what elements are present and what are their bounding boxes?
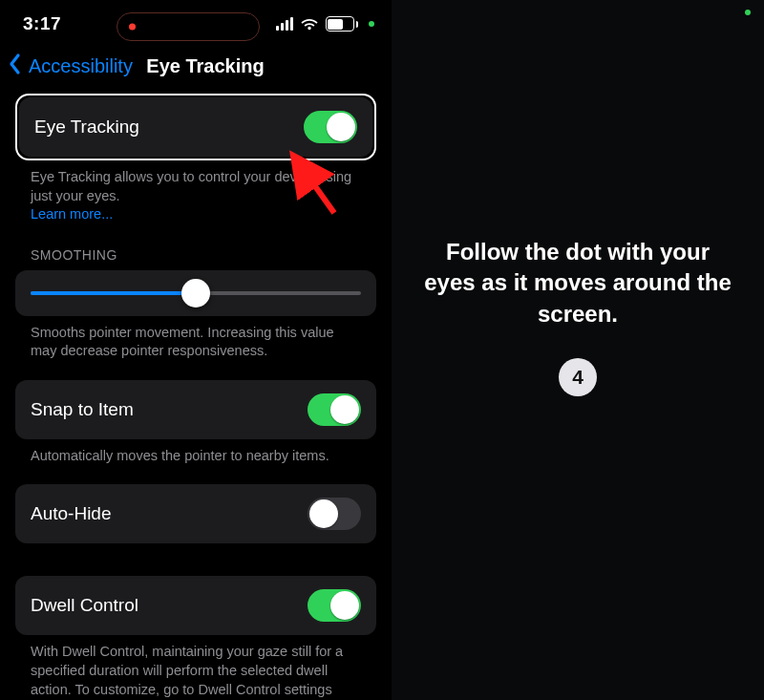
recording-indicator-icon	[129, 24, 136, 31]
auto-hide-row[interactable]: Auto-Hide	[15, 484, 376, 543]
learn-more-link[interactable]: Learn more...	[31, 206, 113, 222]
dwell-control-toggle[interactable]	[308, 589, 361, 622]
snap-to-item-toggle[interactable]	[308, 393, 361, 426]
eye-tracking-label: Eye Tracking	[34, 117, 139, 138]
countdown-badge: 4	[559, 358, 597, 396]
battery-indicator: 58	[326, 16, 359, 32]
camera-in-use-icon	[369, 21, 374, 27]
status-bar: 3:17 58	[0, 0, 392, 48]
dwell-control-note: With Dwell Control, maintaining your gaz…	[15, 635, 376, 700]
settings-screen: 3:17 58 Accessibility Eye	[0, 0, 392, 700]
page-title: Eye Tracking	[146, 55, 264, 77]
countdown-number: 4	[572, 366, 584, 389]
eye-tracking-note: Eye Tracking allows you to control your …	[15, 160, 376, 224]
dynamic-island[interactable]	[117, 12, 260, 41]
eye-tracking-toggle[interactable]	[304, 111, 357, 143]
back-button[interactable]: Accessibility	[29, 55, 133, 77]
snap-to-item-note: Automatically moves the pointer to nearb…	[15, 439, 376, 466]
nav-header: Accessibility Eye Tracking	[0, 48, 392, 94]
camera-in-use-icon	[745, 10, 751, 15]
snap-to-item-row[interactable]: Snap to Item	[15, 380, 376, 439]
cellular-signal-icon	[276, 17, 293, 31]
back-chevron-icon[interactable]	[6, 52, 25, 80]
slider-thumb-icon[interactable]	[181, 279, 210, 308]
eye-tracking-row[interactable]: Eye Tracking	[19, 97, 372, 157]
highlight-annotation: Eye Tracking	[15, 94, 376, 160]
smoothing-slider[interactable]	[31, 291, 361, 295]
snap-to-item-label: Snap to Item	[31, 399, 134, 420]
dwell-control-row[interactable]: Dwell Control	[15, 576, 376, 635]
calibration-prompt: Follow the dot with your eyes as it move…	[424, 237, 732, 329]
dwell-control-label: Dwell Control	[31, 595, 138, 616]
auto-hide-label: Auto-Hide	[31, 503, 112, 524]
battery-level: 58	[333, 18, 345, 30]
auto-hide-toggle[interactable]	[308, 498, 361, 530]
smoothing-header: SMOOTHING	[15, 224, 376, 270]
smoothing-note: Smooths pointer movement. Increasing thi…	[15, 316, 376, 361]
calibration-screen: Follow the dot with your eyes as it move…	[392, 0, 764, 700]
smoothing-row	[15, 270, 376, 316]
wifi-icon	[300, 17, 319, 31]
status-time: 3:17	[23, 13, 61, 34]
